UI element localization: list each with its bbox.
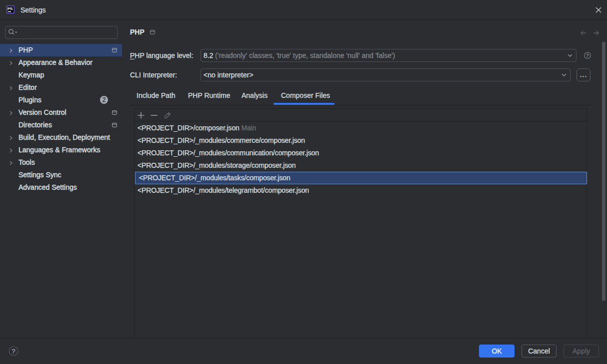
svg-text:PS: PS: [8, 6, 13, 11]
svg-text:?: ?: [586, 52, 588, 58]
svg-text:?: ?: [12, 348, 16, 355]
